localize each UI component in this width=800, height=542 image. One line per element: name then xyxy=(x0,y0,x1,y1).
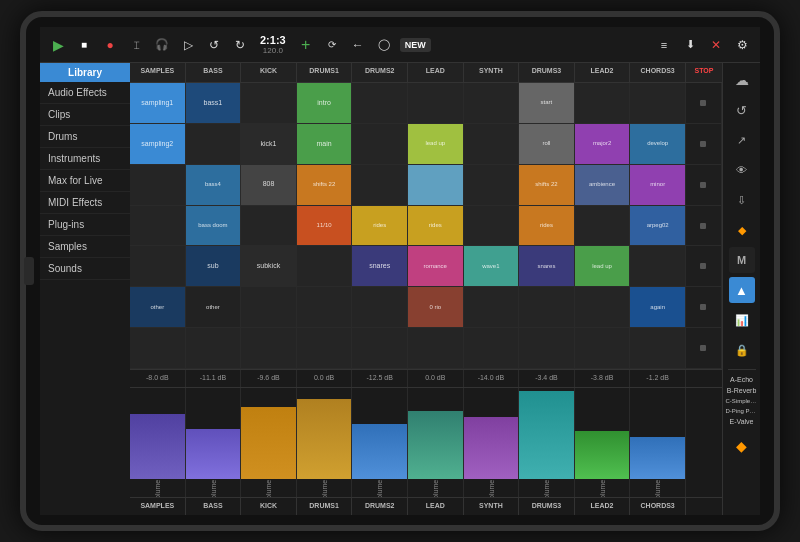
clip-drums2-2[interactable] xyxy=(352,165,407,206)
clip-lead2-6[interactable] xyxy=(575,328,630,369)
clip-samples-1[interactable]: sampling2 xyxy=(130,124,185,165)
overdub-button[interactable]: ▷ xyxy=(178,35,198,55)
track-header-bass[interactable]: BASS xyxy=(186,63,242,82)
clip-lead2-4[interactable]: lead up xyxy=(575,246,630,287)
clip-drums3-3[interactable]: rides xyxy=(519,206,574,247)
settings-button[interactable]: ⚙ xyxy=(732,35,752,55)
track-header-drums3[interactable]: DRUMS3 xyxy=(519,63,575,82)
loop-button[interactable]: ⟳ xyxy=(322,35,342,55)
clip-lead2-2[interactable]: ambience xyxy=(575,165,630,206)
clip-drums2-1[interactable] xyxy=(352,124,407,165)
clip-bass-0[interactable]: bass1 xyxy=(186,83,241,124)
clip-drums3-6[interactable] xyxy=(519,328,574,369)
new-button[interactable]: NEW xyxy=(400,38,431,52)
arrow-down-button[interactable]: ⇩ xyxy=(729,187,755,213)
track-header-chords3[interactable]: CHORDS3 xyxy=(630,63,686,82)
list-view-button[interactable]: ≡ xyxy=(654,35,674,55)
clip-drums2-0[interactable] xyxy=(352,83,407,124)
clip-lead-4[interactable]: romance xyxy=(408,246,463,287)
sidebar-item-clips[interactable]: Clips xyxy=(40,104,130,126)
track-header-lead[interactable]: LEAD xyxy=(408,63,464,82)
clip-synth-6[interactable] xyxy=(464,328,519,369)
lock-button[interactable]: 🔒 xyxy=(729,337,755,363)
clip-bass-5[interactable]: other xyxy=(186,287,241,328)
sidebar-item-instruments[interactable]: Instruments xyxy=(40,148,130,170)
stop-cell-0[interactable] xyxy=(686,83,721,124)
headphones-button[interactable]: 🎧 xyxy=(152,35,172,55)
clip-drums1-1[interactable]: main xyxy=(297,124,352,165)
home-button[interactable] xyxy=(24,257,34,285)
play-triangle-button[interactable]: ▲ xyxy=(729,277,755,303)
metronome-button[interactable]: ◯ xyxy=(374,35,394,55)
clip-chords3-3[interactable]: arpeg02 xyxy=(630,206,685,247)
clip-drums1-2[interactable]: shifts 22 xyxy=(297,165,352,206)
clip-drums2-6[interactable] xyxy=(352,328,407,369)
bottom-label-bass[interactable]: BASS xyxy=(186,498,242,515)
clip-lead2-5[interactable] xyxy=(575,287,630,328)
bar-lead2[interactable]: Volume xyxy=(575,388,631,497)
sidebar-item-midi-effects[interactable]: MIDI Effects xyxy=(40,192,130,214)
effect-b-reverb-label[interactable]: B-Reverb xyxy=(724,387,760,394)
play-button[interactable]: ▶ xyxy=(48,35,68,55)
track-header-drums1[interactable]: DRUMS1 xyxy=(297,63,353,82)
clip-chords3-0[interactable] xyxy=(630,83,685,124)
clip-drums2-3[interactable]: rides xyxy=(352,206,407,247)
share-button[interactable]: ↗ xyxy=(729,127,755,153)
bottom-label-lead2[interactable]: LEAD2 xyxy=(575,498,631,515)
clip-synth-4[interactable]: wave1 xyxy=(464,246,519,287)
bar-bass[interactable]: Volume xyxy=(186,388,242,497)
bottom-label-synth[interactable]: SYNTH xyxy=(464,498,520,515)
bar-kick[interactable]: Volume xyxy=(241,388,297,497)
bar-lead[interactable]: Volume xyxy=(408,388,464,497)
clip-lead2-0[interactable] xyxy=(575,83,630,124)
track-header-samples[interactable]: SAMPLES xyxy=(130,63,186,82)
clip-samples-5[interactable]: other xyxy=(130,287,185,328)
clip-kick-2[interactable]: 808 xyxy=(241,165,296,206)
clip-drums3-4[interactable]: snares xyxy=(519,246,574,287)
effect-c-label[interactable]: C-Simple Delay xyxy=(724,398,760,404)
clip-samples-4[interactable] xyxy=(130,246,185,287)
bottom-label-kick[interactable]: KICK xyxy=(241,498,297,515)
sidebar-item-sounds[interactable]: Sounds xyxy=(40,258,130,280)
effect-e-label[interactable]: E-Valve xyxy=(724,418,760,425)
clip-kick-6[interactable] xyxy=(241,328,296,369)
clip-samples-0[interactable]: sampling1 xyxy=(130,83,185,124)
sidebar-item-audio-effects[interactable]: Audio Effects xyxy=(40,82,130,104)
track-header-lead2[interactable]: LEAD2 xyxy=(575,63,631,82)
bottom-label-chords3[interactable]: CHORDS3 xyxy=(630,498,686,515)
clip-drums1-0[interactable]: intro xyxy=(297,83,352,124)
bottom-label-drums1[interactable]: DRUMS1 xyxy=(297,498,353,515)
clip-kick-0[interactable] xyxy=(241,83,296,124)
add-button[interactable]: + xyxy=(296,35,316,55)
sidebar-item-samples[interactable]: Samples xyxy=(40,236,130,258)
clip-drums3-2[interactable]: shifts 22 xyxy=(519,165,574,206)
clip-chords3-6[interactable] xyxy=(630,328,685,369)
stop-button[interactable]: ■ xyxy=(74,35,94,55)
clip-synth-3[interactable] xyxy=(464,206,519,247)
bottom-diamond-button[interactable]: ◆ xyxy=(729,433,755,459)
clip-drums3-0[interactable]: start xyxy=(519,83,574,124)
track-header-drums2[interactable]: DRUMS2 xyxy=(352,63,408,82)
effect-d-label[interactable]: D-Ping Pong Delay xyxy=(724,408,760,414)
bar-drums1[interactable]: Volume xyxy=(297,388,353,497)
close-button[interactable]: ✕ xyxy=(706,35,726,55)
clip-drums2-4[interactable]: snares xyxy=(352,246,407,287)
clip-drums1-5[interactable] xyxy=(297,287,352,328)
undo-button[interactable]: ↺ xyxy=(204,35,224,55)
chart-button[interactable]: 📊 xyxy=(729,307,755,333)
clip-bass-2[interactable]: bass4 xyxy=(186,165,241,206)
stop-cell-4[interactable] xyxy=(686,246,721,287)
clip-drums3-5[interactable] xyxy=(519,287,574,328)
eye-button[interactable]: 👁 xyxy=(729,157,755,183)
clip-drums3-1[interactable]: roll xyxy=(519,124,574,165)
clip-synth-5[interactable] xyxy=(464,287,519,328)
effect-a-echo-label[interactable]: A-Echo xyxy=(724,376,760,383)
bar-drums3[interactable]: Volume xyxy=(519,388,575,497)
clip-kick-4[interactable]: subkick xyxy=(241,246,296,287)
m-button[interactable]: M xyxy=(729,247,755,273)
track-header-stop[interactable]: STOP xyxy=(686,63,722,82)
bar-synth[interactable]: Volume xyxy=(464,388,520,497)
bottom-label-samples[interactable]: SAMPLES xyxy=(130,498,186,515)
record-button[interactable]: ● xyxy=(100,35,120,55)
clip-synth-0[interactable] xyxy=(464,83,519,124)
